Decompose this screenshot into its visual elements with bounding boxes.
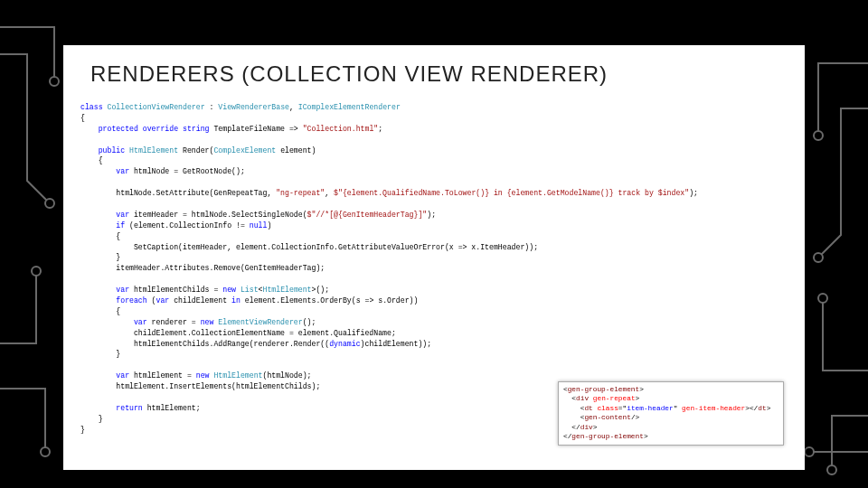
code-token: { — [80, 156, 103, 164]
code-token: ComplexElement — [213, 146, 276, 155]
slide: RENDERERS (COLLECTION VIEW RENDERER) cla… — [63, 45, 805, 470]
code-token: new — [201, 318, 214, 326]
snippet-token: dt — [758, 405, 766, 412]
code-token: ) — [267, 221, 271, 230]
code-token: )childElement)); — [361, 340, 432, 348]
code-token: $"{element.QualifiedName.ToLower()} in {… — [334, 189, 689, 197]
code-token: var — [80, 318, 147, 326]
svg-point-4 — [814, 131, 823, 140]
snippet-token: > — [593, 424, 598, 431]
snippet-token: ></ — [745, 405, 758, 412]
code-token: >(); — [312, 286, 330, 294]
snippet-token: > — [767, 405, 771, 412]
svg-point-7 — [827, 465, 836, 474]
snippet-token: /> — [631, 414, 639, 421]
svg-point-6 — [818, 294, 827, 303]
code-token: var — [80, 167, 129, 175]
snippet-token: dt — [584, 405, 592, 412]
code-token: new — [222, 286, 236, 294]
code-token: ); — [689, 189, 698, 197]
snippet-token: div — [580, 424, 593, 431]
snippet-token: < — [563, 414, 584, 421]
code-token: foreach — [80, 296, 147, 305]
code-token: , — [267, 189, 276, 197]
code-token: TemplateFileName => — [210, 125, 303, 133]
code-token: htmlNode.SetAttribute( — [80, 189, 213, 197]
snippet-token: gen-content — [584, 414, 630, 421]
svg-point-8 — [805, 447, 814, 456]
code-token: } — [80, 426, 85, 434]
code-token: , — [325, 189, 334, 197]
code-token: childElement.CollectionElementName = ele… — [80, 329, 396, 337]
code-token: itemHeader = htmlNode.SelectSingleNode( — [129, 211, 307, 219]
code-token: (htmlNode); — [262, 371, 311, 380]
code-token: HtmlElement — [125, 146, 178, 155]
code-token: htmlElement = — [129, 371, 196, 380]
code-token: dynamic — [329, 340, 360, 348]
svg-point-2 — [32, 267, 41, 276]
code-token: "Collection.html" — [303, 125, 379, 133]
code-token: , — [289, 103, 298, 111]
code-token: CollectionViewRenderer — [103, 103, 205, 111]
code-token: Render( — [178, 146, 213, 155]
code-token: childElement — [169, 296, 231, 305]
code-token: in — [231, 296, 241, 305]
code-token: element.Elements.OrderBy(s => s.Order)) — [241, 296, 419, 305]
code-token: class — [80, 103, 103, 111]
code-token: htmlElementChilds = — [129, 286, 222, 294]
snippet-token: div — [576, 395, 589, 402]
code-token: new — [196, 371, 210, 380]
code-token: HtmlElement — [210, 371, 263, 380]
code-token: ElementViewRenderer — [213, 318, 302, 326]
code-token: ); — [427, 211, 436, 219]
snippet-token: < — [563, 395, 576, 402]
svg-point-1 — [45, 199, 54, 208]
code-token: SetCaption(itemHeader, element.Collectio… — [80, 243, 538, 251]
code-token: { — [80, 114, 85, 122]
code-token: HtmlElement — [262, 286, 311, 294]
code-token: ( — [147, 296, 156, 305]
svg-point-3 — [41, 447, 50, 456]
snippet-token: > — [644, 433, 648, 440]
code-token: { — [80, 307, 120, 315]
snippet-token: </ — [563, 433, 571, 440]
code-token: if — [80, 221, 125, 230]
code-token: } — [80, 253, 120, 261]
code-token: : — [205, 103, 219, 111]
snippet-token: gen-group-element — [571, 433, 644, 440]
code-token: ViewRendererBase — [218, 103, 289, 111]
code-token: $"//*[@{GenItemHeaderTag}]" — [307, 211, 428, 219]
code-token: element) — [276, 146, 316, 155]
snippet-token: > — [636, 395, 640, 402]
code-token: htmlElement; — [143, 404, 201, 412]
snippet-token: gen-repeat — [589, 395, 635, 402]
code-token: var — [80, 371, 129, 380]
code-token: List — [236, 286, 259, 294]
svg-point-0 — [50, 77, 59, 86]
svg-point-5 — [814, 253, 823, 262]
html-snippet: <gen-group-element> <div gen-repeat> <dt… — [558, 381, 784, 446]
snippet-token: item-header — [627, 405, 673, 412]
code-token: GenRepeatTag — [213, 189, 267, 197]
code-token: renderer = — [147, 318, 201, 326]
code-token: return — [80, 404, 143, 412]
code-token: ; — [378, 125, 382, 133]
code-token: protected override string — [80, 125, 210, 133]
snippet-token: gen-item-header — [677, 405, 745, 412]
code-token: itemHeader.Attributes.Remove(GenItemHead… — [80, 264, 325, 272]
code-token: (); — [303, 318, 316, 326]
code-token: htmlElementChilds.AddRange(renderer.Rend… — [80, 340, 329, 348]
snippet-token: < — [563, 405, 584, 412]
code-token: { — [80, 232, 120, 240]
snippet-token: gen-group-element — [568, 386, 640, 393]
code-token: htmlNode = GetRootNode(); — [129, 167, 245, 175]
code-token: var — [156, 296, 170, 305]
code-token: } — [80, 350, 120, 358]
code-token: htmlElement.InsertElements(htmlElementCh… — [80, 382, 320, 390]
snippet-token: class — [593, 405, 618, 412]
code-token: var — [80, 286, 129, 294]
snippet-token: > — [639, 386, 644, 393]
code-token: "ng-repeat" — [276, 189, 325, 197]
code-token: (element.CollectionInfo != — [125, 221, 250, 230]
code-token: } — [80, 415, 103, 423]
